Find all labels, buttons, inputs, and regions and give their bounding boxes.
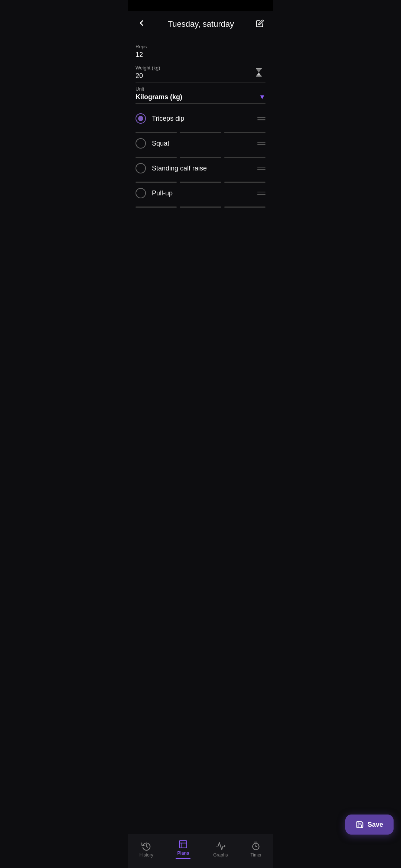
exercise-list: Triceps dip Squat [128, 104, 273, 208]
drag-handle-4[interactable] [257, 192, 265, 195]
svg-rect-1 [256, 76, 262, 77]
exercise-name-2: Squat [152, 140, 169, 147]
exercise-radio-3[interactable] [136, 163, 146, 173]
exercise-name-4: Pull-up [152, 189, 173, 197]
exercise-name-1: Triceps dip [152, 115, 184, 123]
exercise-radio-4[interactable] [136, 188, 146, 198]
weight-field: Weight (kg) 20 [136, 61, 265, 82]
weight-value[interactable]: 20 [136, 72, 160, 80]
exercise-divider-4 [136, 207, 265, 208]
svg-rect-0 [256, 68, 262, 69]
exercise-radio-1[interactable] [136, 113, 146, 124]
header: Tuesday, saturday [128, 11, 273, 37]
back-button[interactable] [136, 17, 147, 31]
reps-field: Reps 12 [136, 40, 265, 61]
reps-label: Reps [136, 44, 265, 49]
drag-handle-3[interactable] [257, 167, 265, 170]
reps-value[interactable]: 12 [136, 51, 265, 59]
unit-field[interactable]: Unit Kilograms (kg) ▼ [136, 82, 265, 104]
exercise-radio-2[interactable] [136, 138, 146, 149]
drag-handle-1[interactable] [257, 117, 265, 120]
edit-button[interactable] [254, 18, 265, 31]
list-item: Squat [128, 133, 273, 154]
unit-value: Kilograms (kg) [136, 93, 182, 101]
chevron-down-icon: ▼ [259, 93, 265, 101]
unit-label: Unit [136, 86, 265, 92]
timer-icon[interactable] [252, 66, 265, 79]
list-item: Standing calf raise [128, 158, 273, 179]
page-title: Tuesday, saturday [168, 19, 234, 29]
list-item: Triceps dip [128, 108, 273, 129]
drag-handle-2[interactable] [257, 142, 265, 145]
status-bar [128, 0, 273, 11]
list-item: Pull-up [128, 183, 273, 204]
weight-label: Weight (kg) [136, 65, 160, 71]
form-section: Reps 12 Weight (kg) 20 [128, 37, 273, 104]
exercise-name-3: Standing calf raise [152, 165, 207, 172]
